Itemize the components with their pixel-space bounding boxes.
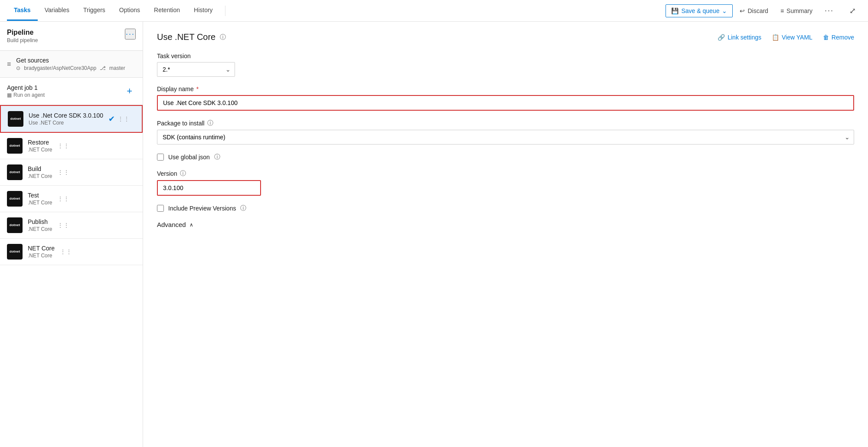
agent-job-title: Agent job 1 <box>7 84 45 91</box>
task-actions-test: ⋮⋮ <box>57 195 69 202</box>
package-to-install-group: Package to install ⓘ SDK (contains runti… <box>157 119 854 145</box>
trash-icon: 🗑 <box>823 34 829 41</box>
remove-button[interactable]: 🗑 Remove <box>823 34 854 41</box>
get-sources-branch: master <box>109 65 125 71</box>
discard-label: Discard <box>747 7 768 14</box>
more-button[interactable]: ··· <box>819 3 839 18</box>
get-sources-meta: ⊙ bradygaster/AspNetCore30App ⎇ master <box>16 65 125 71</box>
task-drag-icon: ⋮⋮ <box>117 115 130 122</box>
nav-divider <box>225 6 225 16</box>
include-preview-checkbox-group: Include Preview Versions ⓘ <box>157 204 854 212</box>
discard-button[interactable]: ↩ Discard <box>734 5 773 17</box>
task-name-net-core-extra: NET Core <box>28 245 55 252</box>
summary-label: Summary <box>786 7 813 14</box>
tab-tasks[interactable]: Tasks <box>7 0 38 21</box>
task-info-net-core-extra: NET Core .NET Core <box>28 245 55 259</box>
task-subtitle-test: .NET Core <box>28 200 52 206</box>
task-icon-restore: dotnet <box>7 138 23 154</box>
tab-history[interactable]: History <box>187 0 220 21</box>
task-icon-test: dotnet <box>7 191 23 207</box>
panel-actions: 🔗 Link settings 📋 View YAML 🗑 Remove <box>718 34 854 41</box>
task-info-build: Build .NET Core <box>28 165 52 179</box>
task-info-publish: Publish .NET Core <box>28 218 52 232</box>
main-layout: Pipeline Build pipeline ··· ≡ Get source… <box>0 22 868 447</box>
link-settings-button[interactable]: 🔗 Link settings <box>718 34 761 41</box>
use-global-json-label[interactable]: Use global json <box>168 154 210 161</box>
version-input[interactable] <box>157 180 261 196</box>
get-sources-lines-icon: ≡ <box>7 60 11 68</box>
task-icon-publish: dotnet <box>7 217 23 233</box>
version-group: Version ⓘ <box>157 170 854 196</box>
task-subtitle-use-net-core-sdk: Use .NET Core <box>29 120 103 126</box>
display-name-input[interactable] <box>157 95 854 111</box>
yaml-icon: 📋 <box>772 34 779 41</box>
task-info-restore: Restore .NET Core <box>28 139 52 153</box>
get-sources-repo: bradygaster/AspNetCore30App <box>24 65 96 71</box>
task-item-test[interactable]: dotnet Test .NET Core ⋮⋮ <box>0 186 143 212</box>
task-version-group: Task version 2.* <box>157 53 854 77</box>
task-actions-use-net-core-sdk: ✔ ⋮⋮ <box>108 114 130 124</box>
save-queue-button[interactable]: 💾 Save & queue ⌄ <box>666 4 733 17</box>
package-info-icon[interactable]: ⓘ <box>207 119 213 127</box>
use-global-json-checkbox[interactable] <box>157 154 164 161</box>
task-icon-net-core-extra: dotnet <box>7 244 23 260</box>
advanced-header[interactable]: Advanced ∧ <box>157 221 854 228</box>
right-panel: Use .NET Core ⓘ 🔗 Link settings 📋 View Y… <box>143 22 868 447</box>
include-preview-group: Include Preview Versions ⓘ <box>157 204 854 212</box>
agent-job-subtitle: ▦ Run on agent <box>7 92 45 98</box>
task-version-select[interactable]: 2.* <box>157 62 235 77</box>
include-preview-checkbox[interactable] <box>157 205 164 212</box>
pipeline-subtitle: Build pipeline <box>7 37 38 43</box>
save-icon: 💾 <box>671 7 679 14</box>
agent-job-section: Agent job 1 ▦ Run on agent + <box>0 78 143 105</box>
task-subtitle-publish: .NET Core <box>28 226 52 232</box>
task-info-use-net-core-sdk: Use .Net Core SDK 3.0.100 Use .NET Core <box>29 112 103 126</box>
expand-button[interactable]: ⤢ <box>844 3 861 18</box>
version-info-icon[interactable]: ⓘ <box>180 170 186 177</box>
chevron-down-icon: ⌄ <box>722 7 727 14</box>
view-yaml-button[interactable]: 📋 View YAML <box>772 34 813 41</box>
task-item-publish[interactable]: dotnet Publish .NET Core ⋮⋮ <box>0 212 143 239</box>
add-task-button[interactable]: + <box>123 84 136 99</box>
task-actions-net-core-extra: ⋮⋮ <box>60 248 72 255</box>
link-settings-label: Link settings <box>728 34 761 41</box>
task-check-icon: ✔ <box>108 114 115 124</box>
include-preview-label[interactable]: Include Preview Versions <box>168 205 236 212</box>
panel-info-icon[interactable]: ⓘ <box>220 33 226 41</box>
task-name-use-net-core-sdk: Use .Net Core SDK 3.0.100 <box>29 112 103 119</box>
task-item-restore[interactable]: dotnet Restore .NET Core ⋮⋮ <box>0 133 143 159</box>
package-select-wrapper: SDK (contains runtime) <box>157 130 854 145</box>
link-icon: 🔗 <box>718 34 725 41</box>
github-icon: ⊙ <box>16 65 20 71</box>
nav-tabs: Tasks Variables Triggers Options Retenti… <box>7 0 220 21</box>
remove-label: Remove <box>832 34 854 41</box>
tab-options[interactable]: Options <box>112 0 147 21</box>
display-name-label: Display name * <box>157 85 854 92</box>
task-item-net-core-extra[interactable]: dotnet NET Core .NET Core ⋮⋮ <box>0 239 143 265</box>
tab-variables[interactable]: Variables <box>38 0 76 21</box>
global-json-info-icon[interactable]: ⓘ <box>214 153 220 161</box>
tab-triggers[interactable]: Triggers <box>76 0 112 21</box>
get-sources-section[interactable]: ≡ Get sources ⊙ bradygaster/AspNetCore30… <box>0 51 143 78</box>
summary-icon: ≡ <box>780 7 784 14</box>
agent-job-subtitle-text: Run on agent <box>13 92 45 98</box>
task-icon-build: dotnet <box>7 164 23 180</box>
task-subtitle-build: .NET Core <box>28 173 52 179</box>
task-actions-restore: ⋮⋮ <box>57 142 69 149</box>
summary-button[interactable]: ≡ Summary <box>775 5 818 17</box>
task-name-publish: Publish <box>28 218 52 225</box>
tab-retention[interactable]: Retention <box>147 0 187 21</box>
task-item-build[interactable]: dotnet Build .NET Core ⋮⋮ <box>0 159 143 186</box>
get-sources-info: Get sources ⊙ bradygaster/AspNetCore30Ap… <box>16 57 125 71</box>
preview-info-icon[interactable]: ⓘ <box>240 204 246 212</box>
task-name-build: Build <box>28 165 52 172</box>
pipeline-header: Pipeline Build pipeline ··· <box>0 22 143 51</box>
task-item-use-net-core-sdk[interactable]: dotnet Use .Net Core SDK 3.0.100 Use .NE… <box>0 105 143 133</box>
display-name-required: * <box>196 85 199 92</box>
task-drag-icon-net-core-extra: ⋮⋮ <box>60 248 72 255</box>
package-to-install-select[interactable]: SDK (contains runtime) <box>157 130 854 145</box>
advanced-label: Advanced <box>157 221 186 228</box>
pipeline-more-button[interactable]: ··· <box>125 29 136 39</box>
advanced-section: Advanced ∧ <box>157 221 854 228</box>
panel-header: Use .NET Core ⓘ 🔗 Link settings 📋 View Y… <box>157 32 854 42</box>
